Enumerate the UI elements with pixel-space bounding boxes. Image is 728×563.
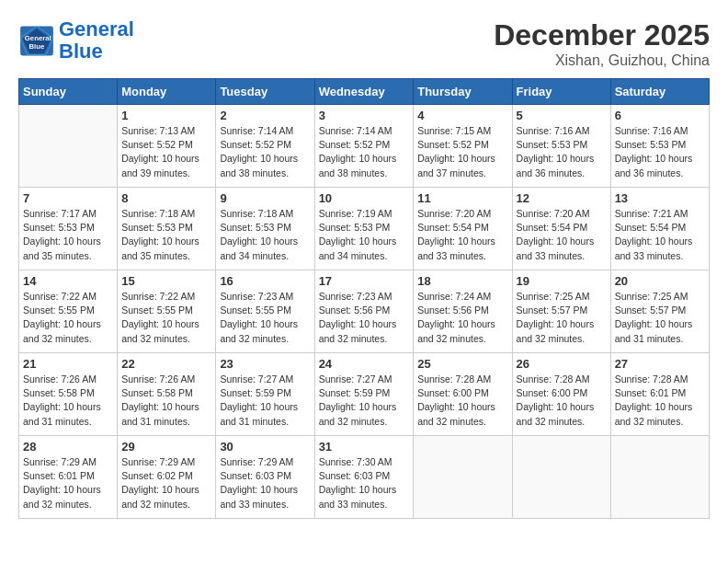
day-info: Sunrise: 7:22 AM Sunset: 5:55 PM Dayligh…	[23, 290, 113, 346]
calendar-cell: 14Sunrise: 7:22 AM Sunset: 5:55 PM Dayli…	[19, 270, 118, 353]
day-info: Sunrise: 7:25 AM Sunset: 5:57 PM Dayligh…	[615, 290, 705, 346]
day-number: 14	[23, 274, 113, 288]
day-number: 29	[121, 440, 211, 454]
day-info: Sunrise: 7:16 AM Sunset: 5:53 PM Dayligh…	[615, 124, 705, 180]
logo-line1: General	[59, 17, 134, 40]
page-header: General Blue General Blue December 2025 …	[18, 18, 710, 69]
day-number: 24	[319, 357, 410, 371]
day-info: Sunrise: 7:24 AM Sunset: 5:56 PM Dayligh…	[417, 290, 507, 346]
calendar-cell	[414, 436, 512, 519]
logo-line2: Blue	[59, 40, 103, 63]
week-row: 7Sunrise: 7:17 AM Sunset: 5:53 PM Daylig…	[19, 188, 710, 270]
day-number: 19	[517, 274, 607, 288]
calendar-cell: 12Sunrise: 7:20 AM Sunset: 5:54 PM Dayli…	[512, 188, 610, 270]
day-info: Sunrise: 7:16 AM Sunset: 5:53 PM Dayligh…	[517, 124, 607, 180]
day-number: 17	[319, 274, 410, 288]
day-info: Sunrise: 7:13 AM Sunset: 5:52 PM Dayligh…	[121, 124, 211, 180]
day-info: Sunrise: 7:14 AM Sunset: 5:52 PM Dayligh…	[220, 124, 310, 180]
day-of-week-header: Wednesday	[314, 79, 414, 105]
calendar-cell: 9Sunrise: 7:18 AM Sunset: 5:53 PM Daylig…	[216, 188, 314, 270]
logo-icon: General Blue	[18, 25, 55, 57]
day-info: Sunrise: 7:15 AM Sunset: 5:52 PM Dayligh…	[417, 124, 507, 180]
calendar-cell: 21Sunrise: 7:26 AM Sunset: 5:58 PM Dayli…	[19, 353, 118, 436]
month-year: December 2025	[494, 18, 710, 52]
calendar-cell: 4Sunrise: 7:15 AM Sunset: 5:52 PM Daylig…	[414, 105, 512, 188]
day-number: 7	[23, 191, 113, 205]
day-number: 9	[220, 191, 310, 205]
day-info: Sunrise: 7:28 AM Sunset: 6:01 PM Dayligh…	[615, 373, 705, 429]
calendar-cell: 7Sunrise: 7:17 AM Sunset: 5:53 PM Daylig…	[19, 188, 118, 270]
day-number: 11	[417, 191, 507, 205]
day-number: 16	[220, 274, 310, 288]
day-info: Sunrise: 7:21 AM Sunset: 5:54 PM Dayligh…	[615, 207, 705, 263]
logo-text: General Blue	[59, 18, 134, 63]
day-number: 2	[220, 109, 310, 122]
calendar-cell	[610, 436, 709, 519]
day-number: 22	[121, 357, 211, 371]
day-number: 5	[517, 109, 607, 122]
day-number: 25	[417, 357, 507, 371]
day-of-week-header: Thursday	[414, 79, 512, 105]
day-of-week-header: Saturday	[610, 79, 709, 105]
day-number: 4	[417, 109, 507, 122]
calendar-cell: 17Sunrise: 7:23 AM Sunset: 5:56 PM Dayli…	[314, 270, 414, 353]
week-row: 1Sunrise: 7:13 AM Sunset: 5:52 PM Daylig…	[19, 105, 710, 188]
day-info: Sunrise: 7:18 AM Sunset: 5:53 PM Dayligh…	[121, 207, 211, 263]
calendar-cell: 29Sunrise: 7:29 AM Sunset: 6:02 PM Dayli…	[118, 436, 216, 519]
calendar-cell: 23Sunrise: 7:27 AM Sunset: 5:59 PM Dayli…	[216, 353, 314, 436]
day-info: Sunrise: 7:22 AM Sunset: 5:55 PM Dayligh…	[121, 290, 211, 346]
calendar-cell: 24Sunrise: 7:27 AM Sunset: 5:59 PM Dayli…	[314, 353, 414, 436]
day-info: Sunrise: 7:28 AM Sunset: 6:00 PM Dayligh…	[517, 373, 607, 429]
svg-text:General: General	[25, 34, 51, 42]
day-info: Sunrise: 7:27 AM Sunset: 5:59 PM Dayligh…	[319, 373, 410, 429]
day-number: 10	[319, 191, 410, 205]
day-number: 27	[615, 357, 705, 371]
calendar-header-row: SundayMondayTuesdayWednesdayThursdayFrid…	[19, 79, 710, 105]
calendar-cell: 26Sunrise: 7:28 AM Sunset: 6:00 PM Dayli…	[512, 353, 610, 436]
day-of-week-header: Sunday	[19, 79, 118, 105]
day-info: Sunrise: 7:23 AM Sunset: 5:55 PM Dayligh…	[220, 290, 310, 346]
logo: General Blue General Blue	[18, 18, 134, 63]
day-number: 30	[220, 440, 310, 454]
day-number: 20	[615, 274, 705, 288]
day-number: 1	[121, 109, 211, 122]
week-row: 21Sunrise: 7:26 AM Sunset: 5:58 PM Dayli…	[19, 353, 710, 436]
calendar-cell: 27Sunrise: 7:28 AM Sunset: 6:01 PM Dayli…	[610, 353, 709, 436]
day-number: 12	[517, 191, 607, 205]
day-info: Sunrise: 7:17 AM Sunset: 5:53 PM Dayligh…	[23, 207, 113, 263]
day-info: Sunrise: 7:20 AM Sunset: 5:54 PM Dayligh…	[417, 207, 507, 263]
day-number: 28	[23, 440, 113, 454]
week-row: 14Sunrise: 7:22 AM Sunset: 5:55 PM Dayli…	[19, 270, 710, 353]
calendar-cell: 6Sunrise: 7:16 AM Sunset: 5:53 PM Daylig…	[610, 105, 709, 188]
day-number: 21	[23, 357, 113, 371]
day-number: 23	[220, 357, 310, 371]
calendar-cell: 1Sunrise: 7:13 AM Sunset: 5:52 PM Daylig…	[118, 105, 216, 188]
calendar-cell: 30Sunrise: 7:29 AM Sunset: 6:03 PM Dayli…	[216, 436, 314, 519]
day-info: Sunrise: 7:25 AM Sunset: 5:57 PM Dayligh…	[517, 290, 607, 346]
day-info: Sunrise: 7:20 AM Sunset: 5:54 PM Dayligh…	[517, 207, 607, 263]
day-number: 6	[615, 109, 705, 122]
day-info: Sunrise: 7:18 AM Sunset: 5:53 PM Dayligh…	[220, 207, 310, 263]
day-number: 31	[319, 440, 410, 454]
calendar-cell: 13Sunrise: 7:21 AM Sunset: 5:54 PM Dayli…	[610, 188, 709, 270]
day-info: Sunrise: 7:14 AM Sunset: 5:52 PM Dayligh…	[319, 124, 410, 180]
calendar-cell: 18Sunrise: 7:24 AM Sunset: 5:56 PM Dayli…	[414, 270, 512, 353]
calendar-cell: 19Sunrise: 7:25 AM Sunset: 5:57 PM Dayli…	[512, 270, 610, 353]
calendar-cell: 10Sunrise: 7:19 AM Sunset: 5:53 PM Dayli…	[314, 188, 414, 270]
calendar-cell: 2Sunrise: 7:14 AM Sunset: 5:52 PM Daylig…	[216, 105, 314, 188]
svg-text:Blue: Blue	[28, 42, 45, 51]
calendar-cell: 22Sunrise: 7:26 AM Sunset: 5:58 PM Dayli…	[118, 353, 216, 436]
day-number: 15	[121, 274, 211, 288]
day-info: Sunrise: 7:29 AM Sunset: 6:02 PM Dayligh…	[121, 455, 211, 511]
calendar-cell: 20Sunrise: 7:25 AM Sunset: 5:57 PM Dayli…	[610, 270, 709, 353]
calendar-cell: 5Sunrise: 7:16 AM Sunset: 5:53 PM Daylig…	[512, 105, 610, 188]
day-info: Sunrise: 7:28 AM Sunset: 6:00 PM Dayligh…	[417, 373, 507, 429]
calendar-cell: 11Sunrise: 7:20 AM Sunset: 5:54 PM Dayli…	[414, 188, 512, 270]
day-info: Sunrise: 7:26 AM Sunset: 5:58 PM Dayligh…	[121, 373, 211, 429]
calendar-table: SundayMondayTuesdayWednesdayThursdayFrid…	[18, 78, 710, 519]
day-number: 18	[417, 274, 507, 288]
day-of-week-header: Friday	[512, 79, 610, 105]
location: Xishan, Guizhou, China	[494, 52, 710, 69]
day-number: 13	[615, 191, 705, 205]
week-row: 28Sunrise: 7:29 AM Sunset: 6:01 PM Dayli…	[19, 436, 710, 519]
